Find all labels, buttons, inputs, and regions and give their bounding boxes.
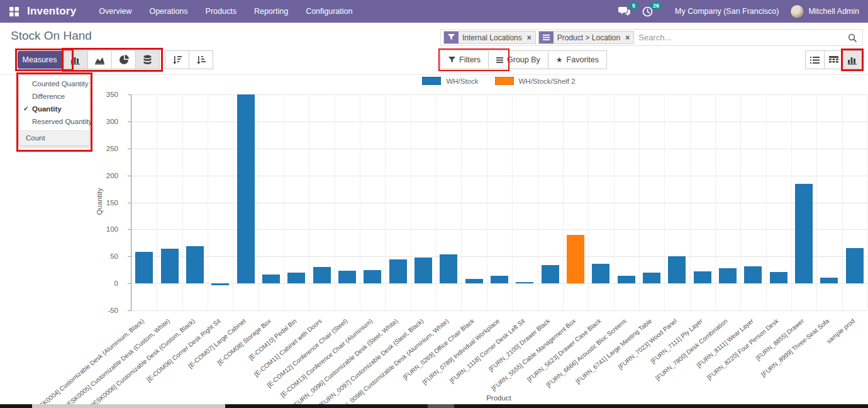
gridline	[842, 94, 843, 310]
bar[interactable]	[592, 264, 609, 283]
bar[interactable]	[287, 273, 305, 283]
gridline	[131, 283, 867, 284]
gridline	[411, 94, 411, 310]
menu-products[interactable]: Products	[197, 0, 245, 23]
legend-swatch-orange	[495, 77, 514, 85]
bar[interactable]	[643, 273, 660, 283]
y-tick-label: 250	[89, 145, 118, 152]
search-input[interactable]: Search...	[638, 33, 848, 42]
menu-item-quantity[interactable]: ✓ Quantity	[19, 103, 89, 115]
chart-legend: WH/Stock WH/Stock/Shelf 2	[131, 77, 867, 85]
gridline	[715, 94, 716, 310]
star-icon: ★	[556, 55, 563, 64]
sort-controls	[165, 50, 213, 69]
list-view-button[interactable]	[805, 50, 825, 69]
sort-descending-icon[interactable]	[165, 50, 189, 69]
bar[interactable]	[364, 270, 381, 283]
y-tick-mark	[128, 310, 131, 311]
menu-item-counted-quantity[interactable]: Counted Quantity	[19, 77, 89, 90]
y-tick-label: 150	[89, 199, 118, 207]
apps-grid-icon[interactable]	[9, 6, 19, 17]
bar[interactable]	[313, 267, 331, 283]
bar[interactable]	[135, 252, 153, 284]
menu-item-reserved-quantity[interactable]: Reserved Quantity	[19, 115, 89, 128]
bar[interactable]	[415, 258, 432, 283]
gridline	[614, 94, 615, 310]
y-tick-label: 200	[89, 172, 118, 179]
bar[interactable]	[795, 184, 813, 283]
x-axis-title: Product	[131, 394, 867, 402]
gridline	[487, 94, 487, 310]
search-facet-internal-locations: Internal Locations ×	[443, 31, 536, 44]
scrollbar-thumb[interactable]	[32, 404, 225, 408]
search-bar[interactable]: Internal Locations × Product > Location …	[440, 29, 863, 46]
gridline	[639, 94, 640, 310]
pivot-view-button[interactable]	[824, 50, 843, 69]
view-switcher	[806, 50, 862, 69]
filter-icon	[444, 31, 459, 43]
remove-facet-icon[interactable]: ×	[624, 33, 633, 42]
gridline	[512, 94, 513, 310]
bar[interactable]	[389, 259, 407, 283]
line-chart-mode-button[interactable]	[87, 50, 112, 69]
bar[interactable]	[542, 265, 559, 283]
bar[interactable]	[668, 256, 686, 283]
bar[interactable]	[744, 266, 762, 283]
top-navbar: Inventory Overview Operations Products R…	[0, 0, 868, 23]
gridline	[284, 94, 284, 310]
x-tick-label: [E-COM10] Pedal Bin	[247, 317, 298, 361]
gridline	[385, 94, 386, 310]
sort-ascending-icon[interactable]	[189, 50, 213, 69]
bar[interactable]	[516, 282, 533, 283]
filters-button[interactable]: Filters	[440, 50, 489, 69]
menu-reporting[interactable]: Reporting	[245, 0, 297, 23]
menu-item-difference[interactable]: Difference	[19, 90, 89, 103]
bar[interactable]	[567, 235, 584, 283]
page-title: Stock On Hand	[11, 29, 92, 43]
activities-clock-icon[interactable]: 26	[642, 6, 655, 16]
gridline	[309, 94, 309, 310]
user-menu[interactable]: Mitchell Admin	[790, 4, 859, 19]
menu-configuration[interactable]: Configuration	[297, 0, 361, 23]
bar[interactable]	[618, 276, 635, 283]
bar[interactable]	[211, 283, 229, 285]
menu-operations[interactable]: Operations	[140, 0, 196, 23]
gridline	[538, 94, 538, 310]
pie-chart-mode-button[interactable]	[111, 50, 136, 69]
messages-icon[interactable]: 5	[618, 6, 631, 16]
favorites-button[interactable]: ★ Favorites	[548, 50, 607, 69]
company-switcher[interactable]: My Company (San Francisco)	[675, 7, 779, 16]
graph-view-button[interactable]	[843, 50, 862, 69]
bar[interactable]	[820, 278, 838, 283]
remove-facet-icon[interactable]: ×	[526, 33, 535, 42]
bar[interactable]	[186, 246, 204, 283]
bar[interactable]	[440, 254, 457, 283]
bar[interactable]	[491, 276, 508, 283]
horizontal-scrollbar[interactable]	[0, 404, 868, 408]
gridline	[335, 94, 335, 310]
search-icon[interactable]	[848, 33, 857, 42]
bar[interactable]	[161, 249, 179, 283]
stacked-toggle-button[interactable]	[135, 50, 160, 69]
group-by-button[interactable]: Group By	[488, 50, 548, 69]
bar[interactable]	[770, 272, 787, 283]
menu-overview[interactable]: Overview	[90, 0, 140, 23]
bar[interactable]	[237, 94, 255, 283]
bar[interactable]	[338, 271, 356, 283]
y-axis-tick-labels: 350300250200150100500-50	[94, 94, 123, 310]
bar[interactable]	[465, 279, 483, 283]
gridline	[664, 94, 665, 310]
user-name: Mitchell Admin	[808, 7, 859, 16]
app-title[interactable]: Inventory	[27, 5, 76, 18]
gridline	[360, 94, 360, 310]
bar[interactable]	[846, 248, 864, 284]
bar-chart-mode-button[interactable]	[64, 50, 88, 69]
legend-entry-wh-stock-shelf2[interactable]: WH/Stock/Shelf 2	[495, 77, 576, 85]
legend-entry-wh-stock[interactable]: WH/Stock	[422, 77, 478, 85]
user-avatar	[790, 4, 804, 19]
bar[interactable]	[694, 271, 711, 283]
bar[interactable]	[719, 268, 737, 283]
bar[interactable]	[262, 275, 280, 284]
check-icon: ✓	[23, 105, 28, 112]
menu-item-count[interactable]: Count	[19, 131, 89, 145]
